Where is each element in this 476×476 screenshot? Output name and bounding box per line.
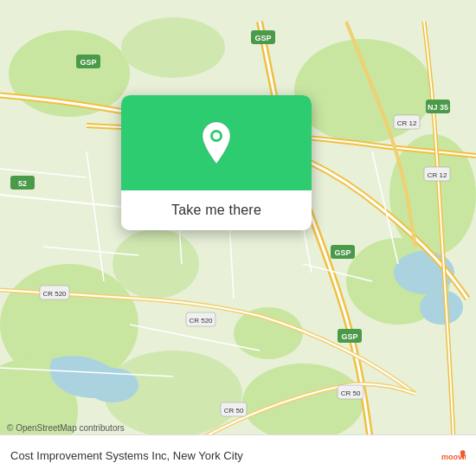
svg-point-2 xyxy=(121,17,225,78)
map-container: GSP GSP GSP GSP 50 52 NJ 35 CR 12 CR 12 … xyxy=(0,0,476,476)
svg-point-54 xyxy=(213,132,220,139)
take-me-there-label: Take me there xyxy=(171,203,261,218)
take-me-there-button[interactable]: Take me there xyxy=(121,190,312,230)
svg-text:CR 520: CR 520 xyxy=(189,317,213,325)
svg-point-56 xyxy=(460,450,466,455)
svg-point-9 xyxy=(242,363,363,441)
moovit-logo-icon: moovit xyxy=(441,444,466,468)
bottom-bar: Cost Improvement Systems Inc, New York C… xyxy=(0,434,476,476)
attribution-text: © OpenStreetMap contributors xyxy=(7,423,125,433)
svg-text:GSP: GSP xyxy=(341,332,357,341)
location-card: Take me there xyxy=(121,95,312,230)
svg-text:CR 50: CR 50 xyxy=(341,389,361,397)
svg-text:GSP: GSP xyxy=(80,58,96,67)
card-green-area xyxy=(121,95,312,190)
svg-text:NJ 35: NJ 35 xyxy=(428,103,448,112)
svg-point-11 xyxy=(234,307,303,359)
map-svg: GSP GSP GSP GSP 50 52 NJ 35 CR 12 CR 12 … xyxy=(0,0,476,476)
svg-text:52: 52 xyxy=(18,179,27,188)
moovit-logo: moovit xyxy=(441,444,466,468)
svg-text:CR 50: CR 50 xyxy=(224,407,244,415)
svg-text:CR 520: CR 520 xyxy=(42,290,67,298)
svg-text:GSP: GSP xyxy=(334,248,351,257)
svg-point-13 xyxy=(420,290,463,325)
location-pin-icon xyxy=(197,120,235,165)
svg-text:CR 12: CR 12 xyxy=(428,171,447,179)
svg-point-10 xyxy=(113,229,199,299)
svg-text:CR 12: CR 12 xyxy=(397,119,417,127)
svg-text:GSP: GSP xyxy=(254,34,271,42)
map-attribution: © OpenStreetMap contributors xyxy=(7,423,125,433)
location-info-text: Cost Improvement Systems Inc, New York C… xyxy=(10,449,243,462)
